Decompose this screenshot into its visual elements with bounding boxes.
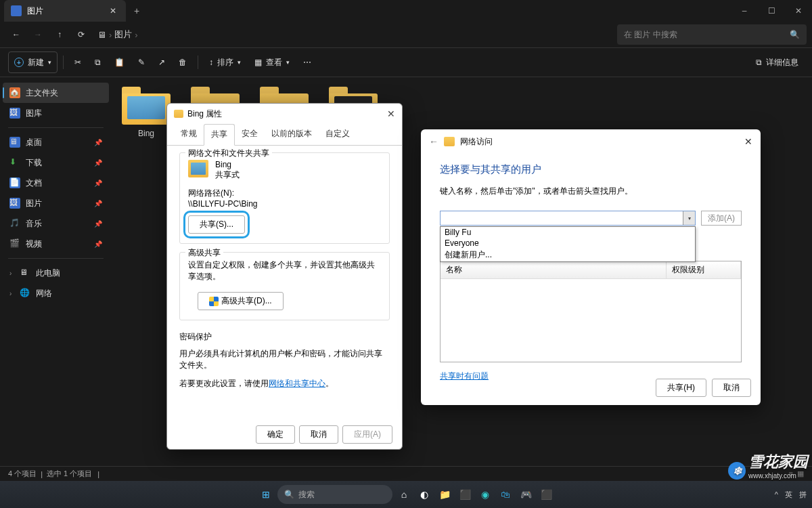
sidebar-item-network[interactable]: ›🌐网络 [3, 283, 109, 303]
dialog-titlebar[interactable]: Bing 属性 ✕ [167, 104, 402, 124]
tab-previous[interactable]: 以前的版本 [265, 124, 319, 145]
sidebar-label: 视频 [26, 238, 42, 250]
delete-button[interactable]: 🗑 [173, 51, 192, 73]
toolbar: +新建▾ ✂ ⧉ 📋 ✎ ↗ 🗑 ↕排序▾ ▦查看▾ ⋯ ⧉详细信息 [0, 47, 812, 77]
column-permission[interactable]: 权限级别 [667, 261, 741, 278]
trash-icon: 🗑 [179, 58, 187, 67]
start-button[interactable]: ⊞ [257, 486, 275, 503]
nav-bar: ← → ↑ ⟳ 🖥 › 图片 › 在 图片 中搜索 🔍 [0, 22, 812, 47]
dialog-title: Bing 属性 [187, 108, 222, 120]
dialog-titlebar[interactable]: ← 网络访问 ✕ [421, 129, 761, 154]
chevron-right-icon: › [9, 270, 12, 277]
paste-button[interactable]: 📋 [109, 51, 130, 73]
taskbar-search[interactable]: 🔍搜索 [277, 485, 392, 504]
rename-button[interactable]: ✎ [133, 51, 150, 73]
share-confirm-button[interactable]: 共享(H) [656, 379, 706, 397]
section-title: 密码保护 [179, 331, 390, 343]
tab-share[interactable]: 共享 [204, 124, 235, 146]
more-button[interactable]: ⋯ [298, 51, 317, 73]
dialog-close-button[interactable]: ✕ [744, 136, 752, 147]
chevron-down-icon: ▾ [238, 59, 241, 66]
divider [8, 258, 104, 259]
help-link[interactable]: 共享时有问题 [440, 371, 489, 381]
dropdown-option[interactable]: 创建新用户... [441, 249, 695, 261]
sidebar-item-gallery[interactable]: 🖼图库 [3, 103, 109, 123]
search-input[interactable]: 在 图片 中搜索 🔍 [617, 24, 807, 45]
section-text: 设置自定义权限，创建多个共享，并设置其他高级共享选项。 [188, 259, 381, 282]
dropdown-option[interactable]: Everyone [441, 238, 695, 249]
breadcrumb[interactable]: 🖥 › 图片 › [96, 28, 139, 41]
window-tab[interactable]: 图片 ✕ [4, 0, 126, 22]
sidebar-item-pictures[interactable]: 🖼图片📌 [3, 193, 109, 213]
app-button[interactable]: ⬛ [456, 486, 474, 503]
dropdown-arrow-icon[interactable]: ▾ [683, 211, 695, 225]
new-button[interactable]: +新建▾ [8, 51, 58, 73]
plus-icon: + [14, 58, 24, 67]
forward-button[interactable]: → [27, 24, 49, 45]
ime-indicator[interactable]: 拼 [799, 490, 807, 500]
sidebar-item-thispc[interactable]: ›🖥此电脑 [3, 263, 109, 283]
cancel-button[interactable]: 取消 [299, 425, 338, 444]
cancel-button[interactable]: 取消 [712, 379, 751, 397]
folder-icon [188, 160, 208, 177]
view-button[interactable]: ▦查看▾ [249, 51, 295, 73]
advanced-share-button[interactable]: 高级共享(D)... [198, 292, 284, 310]
cut-button[interactable]: ✂ [69, 51, 87, 73]
share-button[interactable]: ↗ [153, 51, 171, 73]
status-count: 4 个项目 [8, 469, 37, 479]
minimize-button[interactable]: – [731, 0, 758, 22]
user-combobox[interactable]: ▾ Billy Fu Everyone 创建新用户... [440, 211, 696, 226]
network-center-link[interactable]: 网络和共享中心 [269, 379, 325, 388]
new-tab-button[interactable]: + [126, 5, 148, 16]
widgets-button[interactable]: ◐ [415, 486, 433, 503]
column-name[interactable]: 名称 [441, 261, 667, 278]
sidebar-item-downloads[interactable]: ⬇下载📌 [3, 152, 109, 173]
details-pane-button[interactable]: ⧉详细信息 [750, 51, 804, 73]
sidebar-item-music[interactable]: 🎵音乐📌 [3, 213, 109, 234]
watermark-url: www.xhjaty.com [748, 472, 808, 480]
sort-button[interactable]: ↕排序▾ [204, 51, 246, 73]
chevron-down-icon: ▾ [286, 59, 290, 66]
task-view-button[interactable]: ⌂ [395, 486, 413, 503]
folder-state: 共享式 [215, 169, 240, 181]
dialog-subtext: 键入名称，然后单击"添加"，或者单击箭头查找用户。 [440, 186, 742, 197]
refresh-button[interactable]: ⟳ [70, 24, 92, 45]
add-button[interactable]: 添加(A) [701, 211, 742, 226]
explorer-button[interactable]: 📁 [436, 486, 453, 503]
store-button[interactable]: 🛍 [497, 486, 514, 503]
ok-button[interactable]: 确定 [256, 425, 295, 444]
pc-icon: 🖥 [20, 268, 30, 278]
edge-button[interactable]: ◉ [476, 486, 494, 503]
music-icon: 🎵 [9, 218, 20, 229]
ime-indicator[interactable]: 英 [785, 490, 792, 500]
tab-general[interactable]: 常规 [174, 124, 204, 145]
sidebar-label: 主文件夹 [26, 87, 58, 99]
up-button[interactable]: ↑ [49, 24, 70, 45]
back-icon[interactable]: ← [429, 136, 438, 147]
back-button[interactable]: ← [5, 24, 27, 45]
share-button[interactable]: 共享(S)... [188, 215, 245, 234]
folder-bing[interactable]: Bing [118, 87, 174, 457]
titlebar: 图片 ✕ + – ☐ ✕ [0, 0, 812, 22]
sidebar-item-videos[interactable]: 🎬视频📌 [3, 234, 109, 254]
app-button[interactable]: 🎮 [517, 486, 535, 503]
sidebar-item-desktop[interactable]: 🖥桌面📌 [3, 132, 109, 152]
breadcrumb-item[interactable]: 图片 [114, 28, 132, 41]
tab-custom[interactable]: 自定义 [319, 124, 357, 145]
system-tray[interactable]: ^ 英 拼 [775, 490, 807, 500]
dialog-title: 网络访问 [460, 136, 493, 148]
close-button[interactable]: ✕ [785, 0, 812, 22]
app-button[interactable]: ⬛ [537, 486, 555, 503]
view-label: 查看 [266, 57, 282, 68]
dropdown-option[interactable]: Billy Fu [441, 227, 695, 238]
apply-button[interactable]: 应用(A) [342, 425, 392, 444]
user-input[interactable] [441, 211, 683, 225]
sidebar-item-documents[interactable]: 📄文档📌 [3, 173, 109, 193]
maximize-button[interactable]: ☐ [758, 0, 785, 22]
chevron-up-icon[interactable]: ^ [775, 490, 778, 499]
copy-button[interactable]: ⧉ [89, 51, 106, 73]
tab-close-icon[interactable]: ✕ [107, 6, 119, 16]
dialog-close-button[interactable]: ✕ [387, 108, 395, 119]
tab-security[interactable]: 安全 [235, 124, 265, 145]
sidebar-item-home[interactable]: 🏠主文件夹 [3, 83, 109, 103]
